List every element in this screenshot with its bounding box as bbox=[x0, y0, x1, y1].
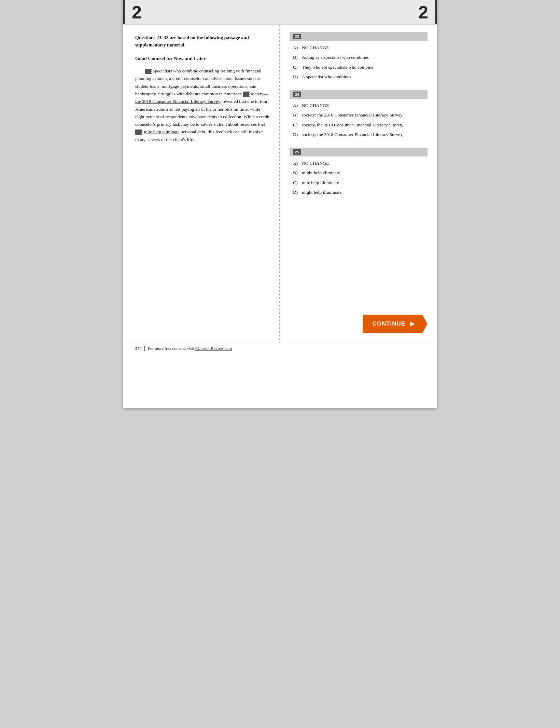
answer-letter-24-A: A) bbox=[293, 102, 302, 109]
answer-text-24-D: society; the 2018 Consumer Financial Lit… bbox=[302, 131, 403, 138]
answer-text-25-A: NO CHANGE bbox=[302, 160, 329, 167]
continue-arrow-icon: ► bbox=[409, 319, 417, 328]
questions-column: 23 A) NO CHANGE B) Acting as a specialis… bbox=[280, 25, 437, 343]
answer-25-D[interactable]: D) might help illuminate bbox=[290, 189, 428, 196]
answer-letter-23-B: B) bbox=[293, 54, 302, 61]
header-number-left: 2 bbox=[132, 3, 142, 21]
header-bar: 2 2 bbox=[123, 0, 437, 25]
answer-text-23-C: They who are specialists who combine bbox=[302, 64, 374, 71]
answer-23-B[interactable]: B) Acting as a specialist who combines bbox=[290, 54, 428, 61]
question-block-25: 25 A) NO CHANGE B) might help eliminate … bbox=[290, 148, 428, 196]
answer-text-25-D: might help illuminate bbox=[302, 189, 341, 196]
answer-text-23-D: A specialist who combines bbox=[302, 73, 351, 80]
answer-letter-25-C: C) bbox=[293, 179, 302, 186]
answer-text-23-B: Acting as a specialist who combines bbox=[302, 54, 369, 61]
answer-letter-23-A: A) bbox=[293, 44, 302, 51]
question-header-23: 23 bbox=[290, 32, 428, 41]
header-number-right: 2 bbox=[418, 3, 428, 21]
answer-24-A[interactable]: A) NO CHANGE bbox=[290, 102, 428, 109]
question-number-24: 24 bbox=[293, 92, 301, 97]
footer-text: For more free content, visit bbox=[148, 346, 194, 351]
question-number-23-inline: 23 bbox=[145, 69, 152, 74]
continue-label: CONTINUE bbox=[372, 320, 405, 327]
answer-23-C[interactable]: C) They who are specialists who combine bbox=[290, 64, 428, 71]
answer-letter-25-D: D) bbox=[293, 189, 302, 196]
answer-letter-25-B: B) bbox=[293, 169, 302, 176]
continue-button[interactable]: CONTINUE ► bbox=[363, 315, 428, 333]
question-number-23: 23 bbox=[293, 34, 301, 39]
answer-23-D[interactable]: D) A specialist who combines bbox=[290, 73, 428, 80]
header-right: 2 bbox=[411, 0, 437, 24]
question-block-24: 24 A) NO CHANGE B) society: the 2018 Con… bbox=[290, 90, 428, 138]
continue-btn-wrap: CONTINUE ► bbox=[290, 205, 428, 333]
answer-letter-24-B: B) bbox=[293, 112, 302, 119]
question-number-25-inline: 25 bbox=[135, 129, 142, 135]
answer-25-B[interactable]: B) might help eliminate bbox=[290, 169, 428, 176]
content-area: Questions 23–33 are based on the followi… bbox=[123, 25, 437, 343]
answer-text-25-C: mite help illuminate bbox=[302, 179, 339, 186]
footer-link[interactable]: PrincetonReview.com bbox=[194, 346, 232, 351]
answer-23-A[interactable]: A) NO CHANGE bbox=[290, 44, 428, 51]
answer-letter-24-D: D) bbox=[293, 131, 302, 138]
header-left: 2 bbox=[123, 0, 149, 24]
answer-text-24-B: society: the 2018 Consumer Financial Lit… bbox=[302, 112, 403, 119]
answer-letter-24-C: C) bbox=[293, 122, 302, 128]
answer-25-C[interactable]: C) mite help illuminate bbox=[290, 179, 428, 186]
answer-letter-23-C: C) bbox=[293, 64, 302, 71]
passage-title: Good Counsel for Now and Later bbox=[135, 55, 270, 63]
footer: 574 For more free content, visit Princet… bbox=[123, 343, 437, 354]
answer-text-23-A: NO CHANGE bbox=[302, 44, 329, 51]
questions-header: Questions 23–33 are based on the followi… bbox=[135, 34, 270, 49]
answer-letter-23-D: D) bbox=[293, 73, 302, 80]
page: 2 2 Questions 23–33 are based on the fol… bbox=[123, 0, 437, 408]
passage-underline-25: mite help eliminate bbox=[144, 129, 179, 134]
question-block-23: 23 A) NO CHANGE B) Acting as a specialis… bbox=[290, 32, 428, 80]
answer-text-25-B: might help eliminate bbox=[302, 169, 340, 176]
footer-page-number: 574 bbox=[135, 346, 142, 351]
passage-column: Questions 23–33 are based on the followi… bbox=[123, 25, 280, 343]
answer-25-A[interactable]: A) NO CHANGE bbox=[290, 160, 428, 167]
answer-24-D[interactable]: D) society; the 2018 Consumer Financial … bbox=[290, 131, 428, 138]
answer-24-B[interactable]: B) society: the 2018 Consumer Financial … bbox=[290, 112, 428, 119]
question-number-25: 25 bbox=[293, 149, 301, 155]
question-header-24: 24 bbox=[290, 90, 428, 99]
answer-text-24-C: society, the 2018 Consumer Financial Lit… bbox=[302, 122, 403, 128]
question-number-24-inline: 24 bbox=[243, 92, 250, 97]
answer-text-24-A: NO CHANGE bbox=[302, 102, 329, 109]
passage-text: 23Specialists who combine counseling tra… bbox=[135, 67, 270, 143]
question-header-25: 25 bbox=[290, 148, 428, 156]
answer-24-C[interactable]: C) society, the 2018 Consumer Financial … bbox=[290, 122, 428, 128]
answer-letter-25-A: A) bbox=[293, 160, 302, 167]
passage-underline-23: Specialists who combine bbox=[152, 68, 198, 73]
footer-divider bbox=[144, 346, 145, 351]
